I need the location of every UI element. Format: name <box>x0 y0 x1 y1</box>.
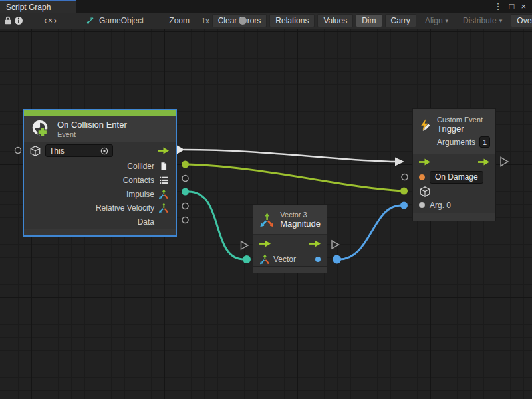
port-row-arg0: Arg. 0 <box>413 198 495 213</box>
flow-out-arrow-icon <box>309 240 321 247</box>
zoom-value: 1x <box>201 17 209 25</box>
wire-magnitude-blue[interactable] <box>339 205 401 259</box>
port-flow-output[interactable] <box>177 146 185 154</box>
port-row-vector: Vector <box>253 253 327 266</box>
port-v3-vector-input[interactable] <box>243 255 251 263</box>
distribute-dropdown[interactable]: Distribute ▾ <box>457 14 508 27</box>
lock-button[interactable] <box>3 14 13 28</box>
node-title: Trigger <box>437 124 490 134</box>
wire-flow-arrowhead <box>395 158 404 166</box>
port-impulse-output[interactable] <box>182 188 189 196</box>
float-output-dot <box>315 257 321 262</box>
relations-button[interactable]: Relations <box>269 14 315 27</box>
graph-owner[interactable]: GameObject <box>86 16 144 25</box>
wire-impulse-teal[interactable] <box>188 192 244 259</box>
vector3-icon <box>158 189 169 200</box>
port-event-name-input[interactable] <box>402 174 408 180</box>
code-view-button[interactable]: ‹×› <box>32 16 70 25</box>
zoom-slider-handle[interactable] <box>239 17 247 25</box>
string-port-dot <box>419 174 425 180</box>
port-v3-magnitude-output[interactable] <box>332 255 341 264</box>
event-name-field[interactable]: On Damage <box>430 171 483 184</box>
contacts-list-icon <box>158 175 169 186</box>
port-label: Relative Velocity <box>96 203 154 213</box>
this-target-field[interactable]: This <box>45 144 113 157</box>
tab-title: Script Graph <box>6 3 51 12</box>
vector3-icon <box>259 254 270 265</box>
window-controls: ⋮ □ × <box>494 0 532 13</box>
port-arg0-input[interactable] <box>400 202 408 209</box>
maximize-icon[interactable]: □ <box>509 2 515 11</box>
gameobject-cube-icon <box>419 186 431 198</box>
port-label: Impulse <box>126 190 154 199</box>
gameobject-label: GameObject <box>99 16 144 25</box>
close-icon[interactable]: × <box>521 2 526 11</box>
dim-button[interactable]: Dim <box>356 14 382 27</box>
this-field-value: This <box>49 146 65 156</box>
port-this-input[interactable] <box>15 148 21 154</box>
node-footer <box>24 229 176 235</box>
flow-port-row <box>413 154 495 169</box>
port-label: Data <box>138 217 154 227</box>
flow-in-arrow-icon <box>419 158 430 166</box>
port-v3-flow-input[interactable] <box>241 241 249 249</box>
info-icon <box>13 15 24 26</box>
port-row-relative-velocity: Relative Velocity <box>24 201 176 215</box>
inspect-button[interactable] <box>13 14 24 28</box>
port-event-target-input[interactable] <box>400 188 408 195</box>
port-row-event-name: On Damage <box>413 169 495 185</box>
collision-event-icon <box>31 119 51 139</box>
port-relative-velocity-output[interactable] <box>182 203 188 209</box>
wire-flow-white[interactable] <box>184 150 396 162</box>
flow-port-row <box>253 235 327 253</box>
tab-script-graph[interactable]: Script Graph <box>0 0 76 13</box>
overview-button[interactable]: Overv <box>511 14 532 27</box>
button-label: Overv <box>517 16 532 25</box>
node-on-collision-enter[interactable]: On Collision Enter Event This Collider C… <box>23 110 176 236</box>
event-color-strip <box>24 110 176 116</box>
button-label: Dim <box>362 16 376 25</box>
object-picker-icon[interactable] <box>100 146 109 156</box>
node-trigger-custom-event[interactable]: Custom Event Trigger Arguments 1 On Dama… <box>412 108 496 221</box>
port-collider-output[interactable] <box>182 161 189 168</box>
flow-out-arrow-icon <box>478 158 489 166</box>
port-label: Collider <box>127 162 154 171</box>
tab-bar: Script Graph ⋮ □ × <box>0 0 532 13</box>
node-title: Magnitude <box>280 219 321 229</box>
script-graph-window: Script Graph ⋮ □ × ‹×› GameObject Zoom 1… <box>0 0 532 399</box>
arguments-count-value: 1 <box>483 138 487 146</box>
button-label: Values <box>323 16 347 25</box>
zoom-label: Zoom <box>169 16 190 25</box>
chevron-down-icon: ▾ <box>499 17 503 24</box>
menu-icon[interactable]: ⋮ <box>494 2 503 11</box>
chevron-down-icon: ▾ <box>446 17 449 24</box>
object-port-dot <box>419 202 425 208</box>
vector3-icon <box>158 203 169 213</box>
port-event-flow-output[interactable] <box>501 158 508 166</box>
wire-collider-green[interactable] <box>188 164 402 191</box>
port-label: Contacts <box>123 176 154 185</box>
node-category: Custom Event <box>437 116 490 124</box>
port-row-contacts: Contacts <box>24 173 176 187</box>
button-label: Align <box>425 16 443 25</box>
port-row-data: Data <box>24 215 176 229</box>
node-title: On Collision Enter <box>57 120 127 130</box>
lock-icon <box>3 15 13 26</box>
node-footer <box>253 266 327 273</box>
values-button[interactable]: Values <box>317 14 353 27</box>
port-label: Vector <box>273 255 296 264</box>
custom-event-icon <box>418 116 432 134</box>
arguments-count-field[interactable]: 1 <box>479 136 490 148</box>
carry-button[interactable]: Carry <box>385 14 416 27</box>
node-footer <box>413 213 495 221</box>
port-data-output[interactable] <box>182 217 188 223</box>
port-v3-flow-output[interactable] <box>332 241 339 249</box>
node-vector3-magnitude[interactable]: Vector 3 Magnitude Vector <box>253 205 327 273</box>
port-row-collider: Collider <box>24 159 176 173</box>
node-category: Vector 3 <box>280 211 321 219</box>
port-contacts-output[interactable] <box>182 176 188 182</box>
port-row-target <box>413 185 495 198</box>
align-dropdown[interactable]: Align ▾ <box>419 14 454 27</box>
button-label: Distribute <box>463 16 497 25</box>
flow-in-arrow-icon <box>259 240 271 247</box>
